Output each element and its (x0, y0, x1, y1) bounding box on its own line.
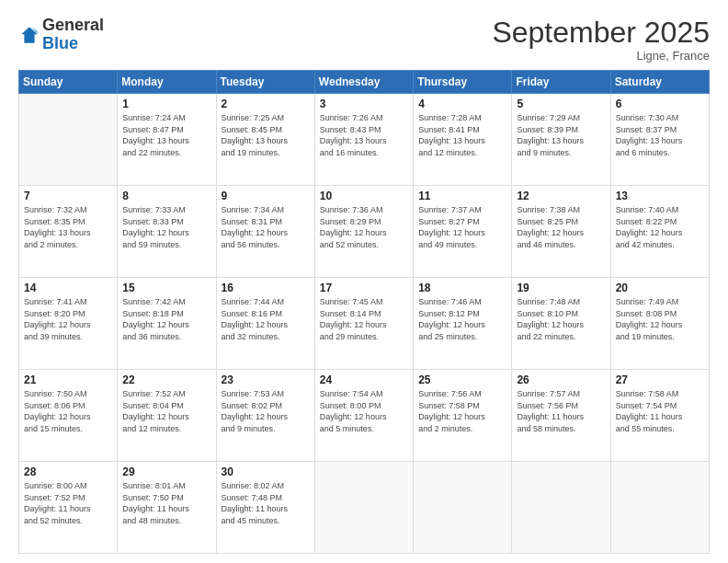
day-info: Sunrise: 7:44 AM Sunset: 8:16 PM Dayligh… (222, 296, 310, 342)
day-info: Sunrise: 7:26 AM Sunset: 8:43 PM Dayligh… (320, 112, 408, 158)
calendar-week-row: 28Sunrise: 8:00 AM Sunset: 7:52 PM Dayli… (19, 462, 710, 554)
day-number: 19 (517, 282, 605, 294)
day-number: 23 (222, 373, 310, 386)
calendar-week-row: 1Sunrise: 7:24 AM Sunset: 8:47 PM Daylig… (19, 94, 710, 186)
table-row: 12Sunrise: 7:38 AM Sunset: 8:25 PM Dayli… (512, 186, 610, 278)
day-info: Sunrise: 7:50 AM Sunset: 8:06 PM Dayligh… (24, 388, 112, 434)
col-monday: Monday (118, 71, 216, 94)
table-row (19, 94, 118, 186)
day-info: Sunrise: 7:56 AM Sunset: 7:58 PM Dayligh… (418, 388, 506, 434)
col-saturday: Saturday (610, 71, 709, 94)
svg-marker-0 (21, 27, 38, 43)
day-number: 13 (616, 190, 704, 202)
col-thursday: Thursday (414, 71, 512, 94)
day-info: Sunrise: 7:33 AM Sunset: 8:33 PM Dayligh… (122, 204, 210, 250)
table-row: 7Sunrise: 7:32 AM Sunset: 8:35 PM Daylig… (19, 186, 118, 278)
table-row (314, 462, 413, 554)
day-info: Sunrise: 7:48 AM Sunset: 8:10 PM Dayligh… (517, 296, 605, 342)
logo: General Blue (18, 17, 104, 53)
table-row (414, 462, 512, 554)
day-number: 6 (616, 98, 704, 110)
day-number: 26 (517, 373, 605, 386)
day-info: Sunrise: 8:01 AM Sunset: 7:50 PM Dayligh… (122, 480, 210, 526)
calendar-week-row: 7Sunrise: 7:32 AM Sunset: 8:35 PM Daylig… (19, 186, 710, 278)
table-row: 11Sunrise: 7:37 AM Sunset: 8:27 PM Dayli… (414, 186, 512, 278)
day-number: 27 (616, 373, 704, 386)
col-sunday: Sunday (19, 71, 118, 94)
table-row (610, 462, 709, 554)
day-number: 2 (222, 98, 310, 110)
month-title: September 2025 (492, 17, 710, 49)
day-info: Sunrise: 7:34 AM Sunset: 8:31 PM Dayligh… (222, 204, 310, 250)
day-number: 7 (24, 190, 112, 202)
day-number: 25 (418, 373, 506, 386)
logo-icon (18, 24, 40, 46)
day-info: Sunrise: 7:49 AM Sunset: 8:08 PM Dayligh… (616, 296, 704, 342)
table-row: 28Sunrise: 8:00 AM Sunset: 7:52 PM Dayli… (19, 462, 118, 554)
table-row: 17Sunrise: 7:45 AM Sunset: 8:14 PM Dayli… (314, 278, 413, 370)
col-friday: Friday (512, 71, 610, 94)
table-row: 10Sunrise: 7:36 AM Sunset: 8:29 PM Dayli… (314, 186, 413, 278)
day-number: 5 (517, 98, 605, 110)
table-row: 25Sunrise: 7:56 AM Sunset: 7:58 PM Dayli… (414, 370, 512, 462)
day-info: Sunrise: 7:32 AM Sunset: 8:35 PM Dayligh… (24, 204, 112, 250)
table-row: 23Sunrise: 7:53 AM Sunset: 8:02 PM Dayli… (216, 370, 314, 462)
table-row: 30Sunrise: 8:02 AM Sunset: 7:48 PM Dayli… (216, 462, 314, 554)
day-info: Sunrise: 7:29 AM Sunset: 8:39 PM Dayligh… (517, 112, 605, 158)
day-number: 8 (122, 190, 210, 202)
day-number: 18 (418, 282, 506, 294)
table-row: 15Sunrise: 7:42 AM Sunset: 8:18 PM Dayli… (118, 278, 216, 370)
table-row: 4Sunrise: 7:28 AM Sunset: 8:41 PM Daylig… (414, 94, 512, 186)
day-info: Sunrise: 7:40 AM Sunset: 8:22 PM Dayligh… (616, 204, 704, 250)
day-info: Sunrise: 8:00 AM Sunset: 7:52 PM Dayligh… (24, 480, 112, 526)
day-info: Sunrise: 7:42 AM Sunset: 8:18 PM Dayligh… (122, 296, 210, 342)
col-tuesday: Tuesday (216, 71, 314, 94)
day-number: 4 (418, 98, 506, 110)
day-info: Sunrise: 7:54 AM Sunset: 8:00 PM Dayligh… (320, 388, 408, 434)
logo-general-text: General (42, 17, 104, 35)
day-number: 10 (320, 190, 408, 202)
table-row: 5Sunrise: 7:29 AM Sunset: 8:39 PM Daylig… (512, 94, 610, 186)
table-row: 3Sunrise: 7:26 AM Sunset: 8:43 PM Daylig… (314, 94, 413, 186)
table-row: 21Sunrise: 7:50 AM Sunset: 8:06 PM Dayli… (19, 370, 118, 462)
day-number: 21 (24, 373, 112, 386)
day-number: 29 (122, 465, 210, 478)
day-number: 14 (24, 282, 112, 294)
location-subtitle: Ligne, France (492, 49, 710, 63)
day-info: Sunrise: 8:02 AM Sunset: 7:48 PM Dayligh… (222, 480, 310, 526)
day-number: 1 (122, 98, 210, 110)
day-info: Sunrise: 7:58 AM Sunset: 7:54 PM Dayligh… (616, 388, 704, 434)
day-info: Sunrise: 7:41 AM Sunset: 8:20 PM Dayligh… (24, 296, 112, 342)
table-row (512, 462, 610, 554)
table-row: 14Sunrise: 7:41 AM Sunset: 8:20 PM Dayli… (19, 278, 118, 370)
day-number: 22 (122, 373, 210, 386)
table-row: 18Sunrise: 7:46 AM Sunset: 8:12 PM Dayli… (414, 278, 512, 370)
day-info: Sunrise: 7:25 AM Sunset: 8:45 PM Dayligh… (222, 112, 310, 158)
table-row: 9Sunrise: 7:34 AM Sunset: 8:31 PM Daylig… (216, 186, 314, 278)
day-info: Sunrise: 7:37 AM Sunset: 8:27 PM Dayligh… (418, 204, 506, 250)
day-info: Sunrise: 7:28 AM Sunset: 8:41 PM Dayligh… (418, 112, 506, 158)
day-info: Sunrise: 7:52 AM Sunset: 8:04 PM Dayligh… (122, 388, 210, 434)
day-info: Sunrise: 7:57 AM Sunset: 7:56 PM Dayligh… (517, 388, 605, 434)
table-row: 1Sunrise: 7:24 AM Sunset: 8:47 PM Daylig… (118, 94, 216, 186)
table-row: 19Sunrise: 7:48 AM Sunset: 8:10 PM Dayli… (512, 278, 610, 370)
day-info: Sunrise: 7:53 AM Sunset: 8:02 PM Dayligh… (222, 388, 310, 434)
table-row: 24Sunrise: 7:54 AM Sunset: 8:00 PM Dayli… (314, 370, 413, 462)
table-row: 13Sunrise: 7:40 AM Sunset: 8:22 PM Dayli… (610, 186, 709, 278)
day-number: 20 (616, 282, 704, 294)
logo-blue-text: Blue (42, 35, 104, 53)
header: General Blue September 2025 Ligne, Franc… (18, 17, 710, 63)
day-number: 11 (418, 190, 506, 202)
calendar-week-row: 14Sunrise: 7:41 AM Sunset: 8:20 PM Dayli… (19, 278, 710, 370)
calendar-table: Sunday Monday Tuesday Wednesday Thursday… (18, 70, 710, 554)
calendar-header-row: Sunday Monday Tuesday Wednesday Thursday… (19, 71, 710, 94)
day-number: 17 (320, 282, 408, 294)
table-row: 16Sunrise: 7:44 AM Sunset: 8:16 PM Dayli… (216, 278, 314, 370)
day-number: 28 (24, 465, 112, 478)
table-row: 27Sunrise: 7:58 AM Sunset: 7:54 PM Dayli… (610, 370, 709, 462)
table-row: 26Sunrise: 7:57 AM Sunset: 7:56 PM Dayli… (512, 370, 610, 462)
table-row: 6Sunrise: 7:30 AM Sunset: 8:37 PM Daylig… (610, 94, 709, 186)
calendar-week-row: 21Sunrise: 7:50 AM Sunset: 8:06 PM Dayli… (19, 370, 710, 462)
day-number: 3 (320, 98, 408, 110)
day-info: Sunrise: 7:38 AM Sunset: 8:25 PM Dayligh… (517, 204, 605, 250)
